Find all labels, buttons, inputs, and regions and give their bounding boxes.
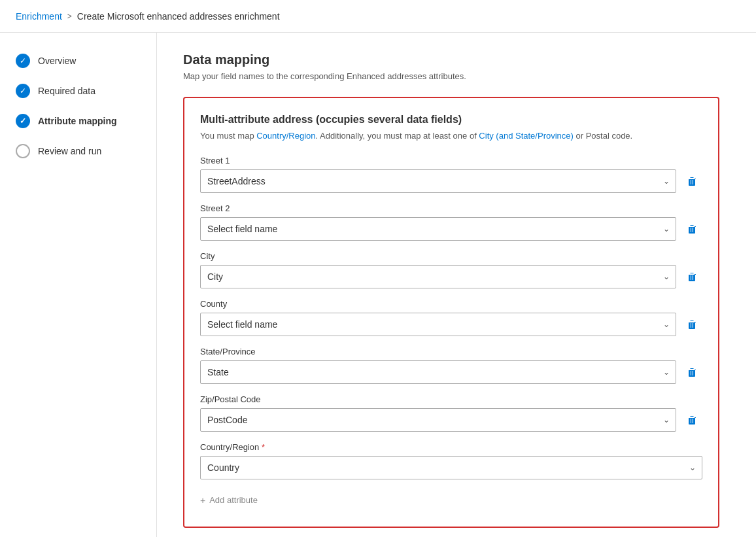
field-label-state: State/Province [200, 347, 702, 356]
sidebar-item-attribute-mapping[interactable]: ✓ Attribute mapping [0, 106, 156, 136]
add-attribute-button[interactable]: + Add attribute [200, 490, 702, 511]
select-city[interactable]: City Select field name [200, 265, 676, 288]
page-title: Data mapping [183, 52, 719, 67]
select-street2[interactable]: Select field name [200, 217, 676, 241]
field-group-street2: Street 2 Select field name ⌄ [200, 203, 702, 241]
step-icon-attribute-mapping: ✓ [16, 114, 30, 128]
delete-state-button[interactable] [681, 360, 702, 384]
field-label-street1: Street 1 [200, 156, 702, 165]
add-attribute-label: Add attribute [209, 495, 258, 505]
sidebar: ✓ Overview ✓ Required data ✓ Attribute m… [0, 33, 157, 537]
field-row-street1: StreetAddress Select field name ⌄ [200, 169, 702, 193]
breadcrumb: Enrichment > Create Microsoft enhanced a… [16, 11, 280, 22]
sidebar-label-required-data: Required data [38, 86, 95, 96]
page-subtitle: Map your field names to the correspondin… [183, 71, 719, 81]
city-state-link: City (and State/Province) [479, 131, 574, 141]
breadcrumb-separator: > [67, 12, 72, 21]
card-description: You must map Country/Region. Additionall… [200, 130, 702, 143]
top-bar: Enrichment > Create Microsoft enhanced a… [0, 0, 756, 33]
required-asterisk: * [262, 442, 265, 452]
select-wrapper-city: City Select field name ⌄ [200, 265, 676, 288]
select-state[interactable]: State Select field name [200, 360, 676, 384]
select-county[interactable]: Select field name [200, 313, 676, 336]
field-label-zip: Zip/Postal Code [200, 394, 702, 404]
field-row-city: City Select field name ⌄ [200, 265, 702, 288]
field-row-street2: Select field name ⌄ [200, 217, 702, 241]
field-row-country: Country Select field name ⌄ [200, 456, 702, 479]
select-street1[interactable]: StreetAddress Select field name [200, 169, 676, 193]
delete-street2-button[interactable] [681, 217, 702, 241]
field-label-street2: Street 2 [200, 203, 702, 213]
field-label-county: County [200, 299, 702, 309]
select-wrapper-zip: PostCode Select field name ⌄ [200, 408, 676, 432]
step-icon-overview: ✓ [16, 54, 30, 68]
field-row-county: Select field name ⌄ [200, 313, 702, 336]
step-icon-required-data: ✓ [16, 84, 30, 98]
breadcrumb-current-page: Create Microsoft enhanced addresses enri… [77, 11, 280, 22]
delete-county-button[interactable] [681, 313, 702, 336]
field-group-country: Country/Region * Country Select field na… [200, 442, 702, 479]
sidebar-label-overview: Overview [38, 56, 76, 66]
field-label-city: City [200, 251, 702, 261]
sidebar-label-review-run: Review and run [38, 146, 101, 156]
select-zip[interactable]: PostCode Select field name [200, 408, 676, 432]
main-content: Data mapping Map your field names to the… [157, 33, 746, 537]
sidebar-item-overview[interactable]: ✓ Overview [0, 46, 156, 76]
sidebar-item-required-data[interactable]: ✓ Required data [0, 76, 156, 106]
field-group-state: State/Province State Select field name ⌄ [200, 347, 702, 384]
select-wrapper-county: Select field name ⌄ [200, 313, 676, 336]
plus-icon: + [200, 495, 205, 506]
field-label-country: Country/Region * [200, 442, 702, 452]
field-group-city: City City Select field name ⌄ [200, 251, 702, 288]
field-row-state: State Select field name ⌄ [200, 360, 702, 384]
country-region-link: Country/Region [256, 131, 315, 141]
sidebar-label-attribute-mapping: Attribute mapping [38, 116, 117, 126]
field-group-street1: Street 1 StreetAddress Select field name… [200, 156, 702, 193]
field-group-county: County Select field name ⌄ [200, 299, 702, 336]
delete-street1-button[interactable] [681, 169, 702, 193]
mapping-card: Multi-attribute address (occupies severa… [183, 97, 719, 528]
delete-city-button[interactable] [681, 265, 702, 288]
select-wrapper-country: Country Select field name ⌄ [200, 456, 702, 479]
select-wrapper-street1: StreetAddress Select field name ⌄ [200, 169, 676, 193]
select-country[interactable]: Country Select field name [200, 456, 702, 479]
delete-zip-button[interactable] [681, 408, 702, 432]
field-group-zip: Zip/Postal Code PostCode Select field na… [200, 394, 702, 432]
breadcrumb-enrichment-link[interactable]: Enrichment [16, 11, 62, 22]
step-icon-review-run [16, 144, 30, 158]
select-wrapper-state: State Select field name ⌄ [200, 360, 676, 384]
field-row-zip: PostCode Select field name ⌄ [200, 408, 702, 432]
layout: ✓ Overview ✓ Required data ✓ Attribute m… [0, 33, 756, 537]
card-title: Multi-attribute address (occupies severa… [200, 114, 702, 126]
select-wrapper-street2: Select field name ⌄ [200, 217, 676, 241]
sidebar-item-review-run[interactable]: Review and run [0, 136, 156, 166]
